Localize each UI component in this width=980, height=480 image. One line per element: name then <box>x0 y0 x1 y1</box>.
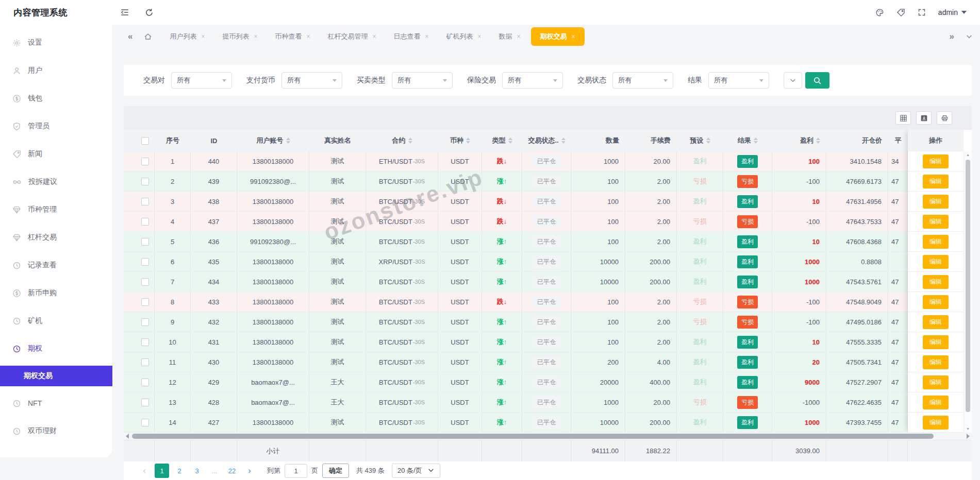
row-checkbox[interactable] <box>141 238 149 246</box>
row-checkbox[interactable] <box>141 178 149 185</box>
tab-close-icon[interactable]: × <box>478 33 481 40</box>
print-button[interactable] <box>937 111 952 125</box>
row-checkbox[interactable] <box>141 198 149 205</box>
edit-button[interactable]: 编辑 <box>923 175 949 188</box>
row-checkbox[interactable] <box>141 218 149 226</box>
filter-select[interactable]: 所有 <box>502 72 563 89</box>
menu-fold-icon[interactable] <box>120 8 129 17</box>
expand-tabs-icon[interactable]: » <box>950 31 954 42</box>
sidebar-subitem[interactable]: 期权交易 <box>0 366 112 386</box>
edit-button[interactable]: 编辑 <box>923 335 949 349</box>
edit-button[interactable]: 编辑 <box>923 355 949 369</box>
collapse-filters-button[interactable] <box>784 72 802 89</box>
column-header-status[interactable]: 交易状态.. <box>522 130 571 151</box>
tab-close-icon[interactable]: × <box>254 33 257 40</box>
filter-select[interactable]: 所有 <box>171 72 232 89</box>
tab-close-icon[interactable]: × <box>373 33 376 40</box>
vertical-scroll-thumb[interactable] <box>966 160 970 412</box>
horizontal-scrollbar[interactable] <box>124 433 972 440</box>
tab-item[interactable]: 矿机列表× <box>439 28 489 45</box>
horizontal-scroll-thumb[interactable] <box>132 434 934 439</box>
tab-item[interactable]: 币种查看× <box>268 28 318 45</box>
home-icon[interactable] <box>144 32 152 41</box>
column-header-type[interactable]: 类型 <box>482 130 522 151</box>
tab-close-icon[interactable]: × <box>572 33 575 40</box>
goto-page-input[interactable] <box>285 464 307 478</box>
filter-select[interactable]: 所有 <box>612 72 673 89</box>
edit-button[interactable]: 编辑 <box>923 396 949 409</box>
tab-close-icon[interactable]: × <box>425 33 429 40</box>
sidebar-item[interactable]: 用户 <box>0 57 112 84</box>
scroll-up-icon[interactable]: ▲ <box>966 151 970 159</box>
fullscreen-icon[interactable] <box>918 8 926 16</box>
filter-select[interactable]: 所有 <box>281 72 342 89</box>
page-button[interactable]: 2 <box>172 464 187 478</box>
row-checkbox[interactable] <box>141 358 149 366</box>
prev-page-button[interactable]: ‹ <box>137 464 152 478</box>
scroll-down-icon[interactable]: ▼ <box>966 425 970 433</box>
row-checkbox[interactable] <box>141 278 149 286</box>
tab-close-icon[interactable]: × <box>201 33 205 40</box>
sort-icon[interactable] <box>816 138 820 144</box>
sidebar-item[interactable]: 矿机 <box>0 307 112 335</box>
tab-close-icon[interactable]: × <box>307 33 310 40</box>
next-page-button[interactable]: › <box>242 464 257 478</box>
filter-select[interactable]: 所有 <box>708 72 769 89</box>
tab-item[interactable]: 日志查看× <box>387 28 436 45</box>
row-checkbox[interactable] <box>141 399 149 406</box>
column-header-coin[interactable]: 币种 <box>438 130 482 151</box>
sort-icon[interactable] <box>408 138 412 144</box>
column-header-preset[interactable]: 预设 <box>677 130 723 151</box>
tab-item[interactable]: 杠杆交易管理× <box>321 28 384 45</box>
refresh-icon[interactable] <box>145 8 154 17</box>
column-settings-button[interactable] <box>895 111 911 125</box>
row-checkbox[interactable] <box>141 258 149 266</box>
sort-icon[interactable] <box>286 138 290 144</box>
column-header-result[interactable]: 结果 <box>723 130 772 151</box>
page-button[interactable]: 22 <box>225 464 239 478</box>
page-button[interactable]: 1 <box>155 464 169 478</box>
sidebar-item[interactable]: NFT <box>0 389 112 417</box>
page-size-select[interactable]: 20 条/页 <box>392 464 440 478</box>
edit-button[interactable]: 编辑 <box>923 295 949 309</box>
search-button[interactable] <box>805 72 829 89</box>
row-checkbox[interactable] <box>141 158 149 165</box>
tab-item[interactable]: 数据× <box>492 28 528 45</box>
sidebar-item[interactable]: 新币申购 <box>0 279 112 307</box>
edit-button[interactable]: 编辑 <box>923 375 949 389</box>
scroll-right-icon[interactable] <box>967 434 970 439</box>
theme-palette-icon[interactable] <box>875 8 884 17</box>
user-menu[interactable]: admin <box>938 8 967 16</box>
sidebar-item[interactable]: 钱包 <box>0 84 112 112</box>
row-checkbox[interactable] <box>141 419 149 426</box>
tab-item[interactable]: 提币列表× <box>215 28 264 45</box>
edit-button[interactable]: 编辑 <box>923 315 949 329</box>
row-checkbox[interactable] <box>141 379 149 386</box>
column-header-profit[interactable]: 盈利 <box>772 130 826 151</box>
tab-item[interactable]: 期权交易× <box>531 27 585 46</box>
tab-item[interactable]: 用户列表× <box>162 28 212 45</box>
column-header-account[interactable]: 用户账号 <box>237 130 309 151</box>
sort-icon[interactable] <box>466 138 470 144</box>
sort-icon[interactable] <box>754 138 758 144</box>
edit-button[interactable]: 编辑 <box>923 255 949 269</box>
sidebar-item[interactable]: 投拆建议 <box>0 168 112 196</box>
sidebar-item[interactable]: 记录查看 <box>0 251 112 279</box>
sidebar-item[interactable]: 杠杆交易 <box>0 224 112 251</box>
row-checkbox[interactable] <box>141 318 149 326</box>
select-all-checkbox[interactable] <box>141 137 149 145</box>
tabs-menu-icon[interactable] <box>966 33 973 40</box>
sort-icon[interactable] <box>706 138 710 144</box>
page-button[interactable]: 3 <box>190 464 204 478</box>
sidebar-item[interactable]: 设置 <box>0 29 112 57</box>
vertical-scrollbar[interactable]: ▲ ▼ <box>964 151 972 433</box>
sidebar-item[interactable]: 双币理财 <box>0 417 112 445</box>
sidebar-item[interactable]: 币种管理 <box>0 196 112 224</box>
row-checkbox[interactable] <box>141 338 149 346</box>
edit-button[interactable]: 编辑 <box>923 416 949 430</box>
edit-button[interactable]: 编辑 <box>923 215 949 229</box>
scroll-left-icon[interactable] <box>126 434 129 439</box>
edit-button[interactable]: 编辑 <box>923 155 949 168</box>
filter-select[interactable]: 所有 <box>392 72 453 89</box>
sort-icon[interactable] <box>508 138 512 144</box>
